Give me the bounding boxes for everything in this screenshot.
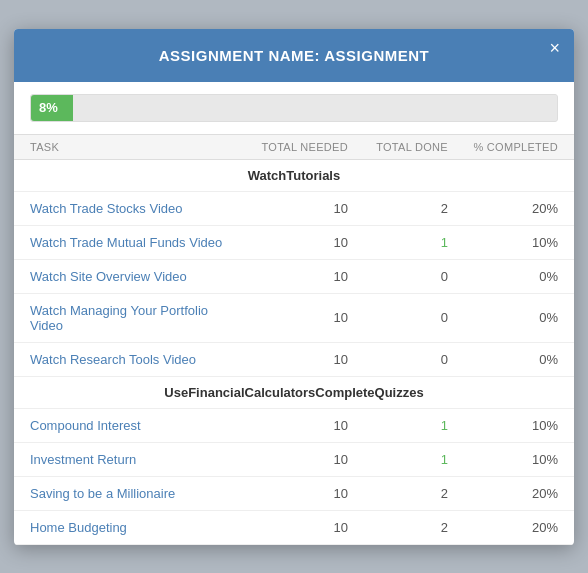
table-row: Home Budgeting10220% [14,511,574,545]
col-pct-completed-header: % COMPLETED [448,141,558,153]
table-row: Watch Research Tools Video1000% [14,343,574,377]
total-done-value: 1 [348,418,448,433]
pct-completed-value: 20% [448,201,558,216]
table-row: Watch Trade Mutual Funds Video10110% [14,226,574,260]
pct-completed-value: 10% [448,418,558,433]
section-title-0: WatchTutorials [14,160,574,192]
progress-bar-outer: 8% [30,94,558,122]
progress-bar-inner: 8% [31,95,73,121]
table-row: Watch Trade Stocks Video10220% [14,192,574,226]
modal-header: ASSIGNMENT NAME: ASSIGNMENT [14,29,574,82]
assignment-modal: × ASSIGNMENT NAME: ASSIGNMENT 8% TASK TO… [14,29,574,545]
table-row: Saving to be a Millionaire10220% [14,477,574,511]
total-done-value: 0 [348,352,448,367]
table-body: WatchTutorialsWatch Trade Stocks Video10… [14,160,574,545]
total-done-value: 2 [348,201,448,216]
total-done-value: 2 [348,520,448,535]
total-done-value: 2 [348,486,448,501]
task-link[interactable]: Watch Research Tools Video [30,352,238,367]
pct-completed-value: 20% [448,520,558,535]
total-needed-value: 10 [238,201,348,216]
table-row: Watch Managing Your Portfolio Video1000% [14,294,574,343]
section-title-1: UseFinancialCalculatorsCompleteQuizzes [14,377,574,409]
total-needed-value: 10 [238,520,348,535]
total-done-value: 1 [348,235,448,250]
total-needed-value: 10 [238,269,348,284]
total-done-value: 0 [348,269,448,284]
pct-completed-value: 0% [448,269,558,284]
table-row: Compound Interest10110% [14,409,574,443]
col-total-done-header: TOTAL DONE [348,141,448,153]
task-link[interactable]: Watch Trade Stocks Video [30,201,238,216]
total-done-value: 0 [348,310,448,325]
total-done-value: 1 [348,452,448,467]
task-link[interactable]: Compound Interest [30,418,238,433]
table-row: Watch Site Overview Video1000% [14,260,574,294]
pct-completed-value: 10% [448,452,558,467]
pct-completed-value: 20% [448,486,558,501]
pct-completed-value: 10% [448,235,558,250]
close-button[interactable]: × [549,39,560,57]
header-assignment-name: ASSIGNMENT [324,47,429,64]
pct-completed-value: 0% [448,310,558,325]
col-total-needed-header: TOTAL NEEDED [238,141,348,153]
total-needed-value: 10 [238,452,348,467]
header-title-label: ASSIGNMENT NAME: [159,47,320,64]
task-link[interactable]: Watch Trade Mutual Funds Video [30,235,238,250]
total-needed-value: 10 [238,235,348,250]
task-link[interactable]: Home Budgeting [30,520,238,535]
task-link[interactable]: Watch Site Overview Video [30,269,238,284]
total-needed-value: 10 [238,418,348,433]
progress-label: 8% [39,100,58,115]
table-row: Investment Return10110% [14,443,574,477]
total-needed-value: 10 [238,310,348,325]
task-link[interactable]: Watch Managing Your Portfolio Video [30,303,238,333]
total-needed-value: 10 [238,352,348,367]
progress-section: 8% [14,82,574,134]
pct-completed-value: 0% [448,352,558,367]
total-needed-value: 10 [238,486,348,501]
task-link[interactable]: Saving to be a Millionaire [30,486,238,501]
task-link[interactable]: Investment Return [30,452,238,467]
table-header: TASK TOTAL NEEDED TOTAL DONE % COMPLETED [14,134,574,160]
col-task-header: TASK [30,141,238,153]
